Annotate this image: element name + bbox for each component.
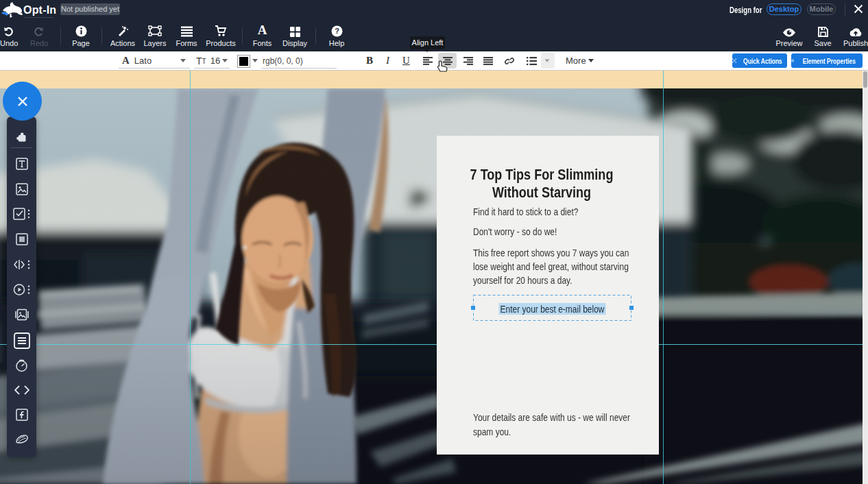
svg-text:?: ? (335, 27, 339, 35)
